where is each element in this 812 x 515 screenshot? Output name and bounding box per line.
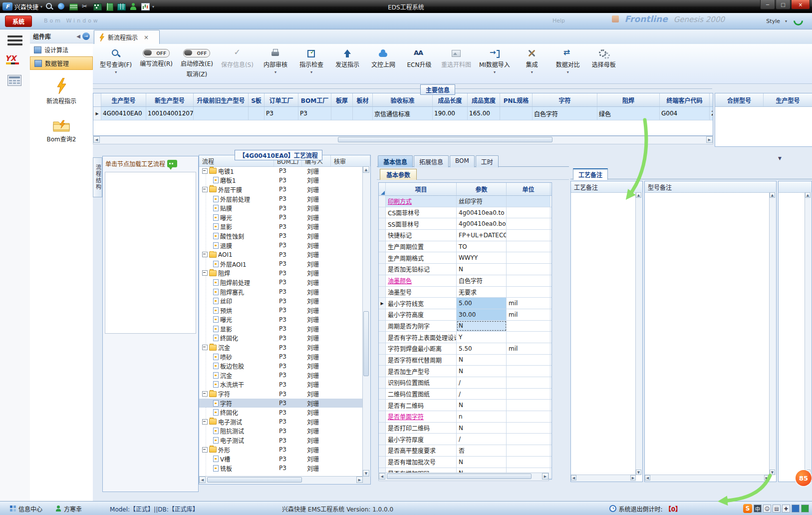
- param-row[interactable]: 是否有增加批次号 N: [379, 457, 551, 468]
- param-row[interactable]: 油墨颜色 白色字符: [379, 275, 551, 287]
- ribbon-button[interactable]: OFF 编写流程(R) ▾: [138, 46, 175, 67]
- ribbon-sub-action[interactable]: 取消(Z): [187, 69, 208, 78]
- param-row[interactable]: SS面菲林号 4g00410ea0.bo: [379, 218, 551, 230]
- main-table-hscrollbar[interactable]: ◀ ▶: [93, 136, 713, 144]
- column-header-process-remarks[interactable]: 工艺备注: [571, 181, 642, 193]
- qat-overflow-caret-icon[interactable]: ▾: [152, 4, 154, 9]
- column-header-model-remarks[interactable]: 型号备注: [645, 181, 776, 193]
- ime-keyboard-icon[interactable]: ▤: [773, 505, 781, 513]
- expand-toggle-icon[interactable]: [202, 345, 208, 350]
- param-row[interactable]: 周期是否为阴字 N: [379, 321, 551, 332]
- tree-row[interactable]: 终固化 P3 刘珊: [199, 334, 363, 343]
- main-table-column-header[interactable]: 订单工厂: [265, 93, 298, 106]
- param-row[interactable]: 最小字符线宽 5.00 mil: [379, 298, 551, 309]
- scroll-thumb[interactable]: [338, 137, 552, 142]
- scroll-thumb[interactable]: [363, 311, 369, 376]
- tree-row[interactable]: 阻焊 P3 刘珊: [199, 269, 363, 278]
- tree-row[interactable]: 外层前处理 P3 刘珊: [199, 194, 363, 204]
- expand-toggle-icon[interactable]: [202, 391, 208, 397]
- system-menu-button[interactable]: 系统: [5, 15, 32, 27]
- tree-row[interactable]: 水洗烘干 P3 刘珊: [199, 380, 363, 390]
- param-row[interactable]: 是否加无铅标记 N: [379, 264, 551, 275]
- ribbon-button[interactable]: 集成 ▾: [516, 46, 548, 74]
- param-value-cell[interactable]: N: [457, 457, 507, 468]
- ribbon-button[interactable]: 选择母板 ▾: [588, 46, 620, 68]
- ime-emoji-icon[interactable]: ☺: [763, 505, 771, 513]
- user-icon[interactable]: [128, 2, 138, 10]
- param-value-cell[interactable]: N: [457, 400, 507, 411]
- tree-row[interactable]: 阻抗测试 P3 刘珊: [199, 427, 363, 436]
- scroll-right-icon[interactable]: ▶: [356, 477, 363, 483]
- maximize-button[interactable]: □: [776, 0, 791, 9]
- tree-row[interactable]: 酸性蚀刻 P3 刘珊: [199, 231, 363, 241]
- sogou-input-icon[interactable]: S: [743, 504, 752, 513]
- expand-toggle-icon[interactable]: [202, 270, 208, 276]
- tree-row[interactable]: 丝印 P3 刘珊: [199, 296, 363, 306]
- param-value-cell[interactable]: 5.00: [457, 298, 507, 309]
- param-value-cell[interactable]: 无要求: [457, 287, 507, 298]
- param-row[interactable]: 生产周期格式 WWYY: [379, 252, 551, 264]
- grid-icon[interactable]: [116, 2, 126, 10]
- tree-row[interactable]: 磨板1 P3 刘珊: [199, 176, 363, 185]
- main-table-column-header[interactable]: 生产型号: [101, 93, 146, 106]
- tree-row[interactable]: 预烘 P3 刘珊: [199, 306, 363, 315]
- tool-bom-query[interactable]: Bom查询2: [47, 119, 76, 143]
- globe-icon[interactable]: [56, 2, 66, 10]
- ribbon-button[interactable]: 保存信息(S) ▾: [219, 46, 256, 68]
- param-value-cell[interactable]: N: [457, 321, 507, 332]
- main-table-column-header[interactable]: 板材: [353, 93, 373, 106]
- tree-row[interactable]: 字符 P3 刘珊: [199, 389, 363, 399]
- expand-toggle-icon[interactable]: [202, 252, 208, 257]
- param-value-cell[interactable]: /: [457, 434, 507, 445]
- dropdown-caret-icon[interactable]: ▾: [310, 70, 312, 74]
- info-tab[interactable]: BOM: [450, 155, 475, 167]
- scroll-left-icon[interactable]: ◀: [379, 473, 385, 480]
- param-row[interactable]: 是否高平整度要求 否: [379, 445, 551, 457]
- info-tab[interactable]: 拓展信息: [414, 155, 449, 167]
- param-row[interactable]: 是否单面字符 n: [379, 411, 551, 423]
- tree-row[interactable]: 曝光 P3 刘珊: [199, 315, 363, 325]
- phone-icon[interactable]: [792, 14, 805, 27]
- tree-row[interactable]: 显影 P3 刘珊: [199, 324, 363, 334]
- param-value-cell[interactable]: FP+UL+DATECODE: [457, 230, 507, 241]
- main-table-column-header[interactable]: 板厚: [331, 93, 353, 106]
- dropdown-caret-icon[interactable]: ▾: [115, 70, 117, 74]
- scroll-left-icon[interactable]: ◀: [199, 477, 206, 483]
- column-header-unit[interactable]: 单位: [507, 183, 550, 195]
- ribbon-button[interactable]: 重选开料图 ▾: [439, 46, 473, 68]
- ribbon-button[interactable]: MI数据导入 ▾: [477, 46, 512, 74]
- notification-badge[interactable]: 85: [796, 470, 812, 486]
- main-table-column-header[interactable]: 阻焊: [597, 93, 660, 106]
- scroll-up-icon[interactable]: ▲: [805, 192, 811, 198]
- scroll-down-icon[interactable]: ▼: [770, 470, 775, 475]
- param-row[interactable]: 生产周期位置 TO: [379, 241, 551, 253]
- expand-toggle-icon[interactable]: [202, 187, 208, 192]
- nav-forward-icon[interactable]: →: [82, 32, 90, 40]
- tree-row[interactable]: AOI1 P3 刘珊: [199, 250, 363, 259]
- dropdown-caret-icon[interactable]: ▾: [531, 70, 533, 74]
- dropdown-caret-icon[interactable]: ▾: [494, 70, 496, 74]
- merge-model-column-header[interactable]: 生产型号: [764, 93, 812, 106]
- main-table-column-header[interactable]: 新生产型号: [146, 93, 194, 106]
- params-hscrollbar[interactable]: ◀ ▶: [378, 473, 549, 481]
- param-value-cell[interactable]: 30.00: [457, 309, 507, 320]
- expand-toggle-icon[interactable]: [202, 419, 208, 425]
- main-table-column-header[interactable]: 成品长度: [433, 93, 468, 106]
- param-value-cell[interactable]: WWYY: [457, 252, 507, 263]
- tree-row[interactable]: 阻焊前处理 P3 刘珊: [199, 278, 363, 287]
- off-toggle[interactable]: OFF: [183, 49, 210, 57]
- param-row[interactable]: 字符到焊盘最小距离 5.50 mil: [379, 343, 551, 355]
- info-tab[interactable]: 基本信息: [378, 155, 413, 167]
- tray-icon[interactable]: [792, 505, 800, 513]
- tree-row[interactable]: 显影 P3 刘珊: [199, 222, 363, 232]
- book-icon[interactable]: [104, 2, 114, 10]
- scissors-icon[interactable]: [80, 2, 90, 10]
- tree-row[interactable]: 板边包胶 P3 刘珊: [199, 361, 363, 371]
- param-value-cell[interactable]: 丝印字符: [457, 196, 507, 207]
- ribbon-button[interactable]: 指示检查 ▾: [295, 46, 327, 74]
- ribbon-button[interactable]: 文控上网 ▾: [367, 46, 399, 68]
- tree-row[interactable]: 外层AOI1 P3 刘珊: [199, 259, 363, 269]
- remarks-hscrollbar[interactable]: ◀ ▶: [571, 475, 636, 482]
- param-value-cell[interactable]: 4g00410ea0.bo: [457, 218, 507, 229]
- scroll-up-icon[interactable]: ▲: [363, 166, 369, 173]
